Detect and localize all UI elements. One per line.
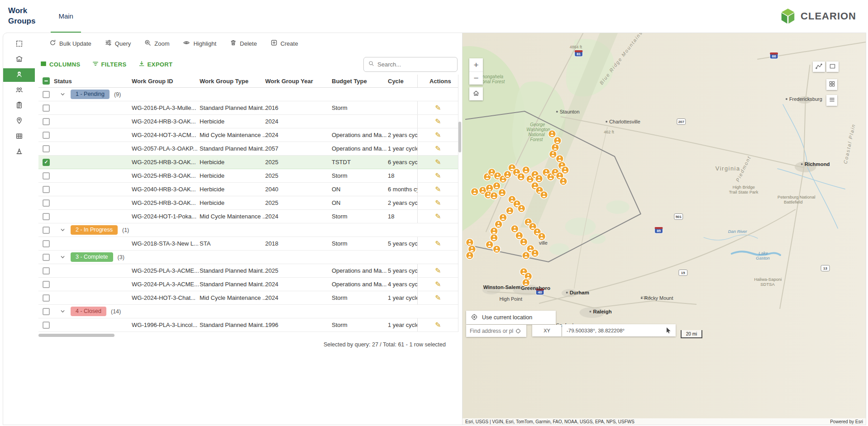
row-checkbox[interactable]: [43, 227, 50, 234]
create-button[interactable]: Create: [271, 39, 298, 47]
table-row[interactable]: WG-2016-PLA-3-Mulle...Standard Planned M…: [38, 101, 458, 115]
row-checkbox[interactable]: [43, 322, 50, 329]
work-group-marker[interactable]: [548, 130, 556, 138]
find-address-input[interactable]: [470, 328, 513, 334]
row-checkbox[interactable]: [43, 118, 50, 125]
work-group-marker[interactable]: [499, 214, 507, 222]
search-input[interactable]: [377, 61, 457, 68]
row-checkbox[interactable]: [43, 132, 50, 139]
delete-button[interactable]: Delete: [230, 39, 257, 47]
work-group-marker[interactable]: [504, 171, 511, 179]
extent-button[interactable]: [826, 62, 839, 72]
column-header-budget-type[interactable]: Budget Type: [332, 78, 388, 85]
column-header-work-group-year[interactable]: Work Group Year: [265, 78, 332, 85]
table-row[interactable]: WG-2025-HRB-3-OAK...Herbicide2025TSTDT6 …: [38, 156, 458, 169]
work-group-marker[interactable]: [518, 205, 525, 213]
row-checkbox[interactable]: [43, 159, 50, 166]
row-checkbox[interactable]: [43, 294, 50, 302]
edit-icon[interactable]: [435, 144, 441, 153]
table-row[interactable]: WG-2024-HOT-1-Poka...Mid Cycle Maintenan…: [38, 210, 458, 223]
sidebar-item-work-orders[interactable]: [3, 99, 35, 113]
vertical-scrollbar-thumb[interactable]: [458, 122, 461, 152]
work-group-marker[interactable]: [490, 234, 498, 242]
work-group-marker[interactable]: [538, 233, 546, 241]
select-all-checkbox[interactable]: [43, 77, 50, 85]
table-row[interactable]: WG-2057-PLA-3-OAKP...Standard Planned Ma…: [38, 142, 458, 156]
row-checkbox[interactable]: [43, 91, 50, 98]
sidebar-item-hazards[interactable]: [3, 145, 35, 159]
table-row[interactable]: WG-2024-HOT-3-Chat...Mid Cycle Maintenan…: [38, 291, 458, 305]
work-group-marker[interactable]: [498, 189, 506, 197]
address-locate-button[interactable]: [513, 326, 523, 336]
sidebar-item-locations[interactable]: [3, 114, 35, 128]
row-checkbox[interactable]: [43, 281, 50, 288]
edit-icon[interactable]: [435, 117, 441, 126]
table-row[interactable]: WG-1996-PLA-3-Lincol...Standard Planned …: [38, 318, 458, 332]
row-checkbox[interactable]: [43, 213, 50, 220]
horizontal-scrollbar-thumb[interactable]: [38, 334, 114, 337]
work-group-marker[interactable]: [493, 246, 501, 253]
row-checkbox[interactable]: [43, 104, 50, 112]
table-row[interactable]: WG-2025-PLA-3-ACME...Standard Planned Ma…: [38, 264, 458, 278]
edit-icon[interactable]: [435, 199, 441, 207]
bulk-update-button[interactable]: Bulk Update: [49, 39, 91, 47]
work-group-marker[interactable]: [520, 238, 528, 246]
query-button[interactable]: Query: [105, 39, 131, 47]
vertical-scrollbar[interactable]: [458, 89, 461, 342]
table-row[interactable]: WG-2018-STA-3-New L...STA2018Storm5 year…: [38, 237, 458, 251]
work-group-marker[interactable]: [466, 252, 473, 260]
find-address-bar[interactable]: [466, 325, 526, 337]
map-panel[interactable]: 816620750185151340 MonongahelaNational F…: [462, 33, 866, 425]
export-button[interactable]: EXPORT: [138, 61, 173, 68]
columns-button[interactable]: COLUMNS: [40, 61, 81, 68]
chevron-down-icon[interactable]: [60, 255, 65, 260]
work-group-marker[interactable]: [486, 185, 493, 192]
filters-button[interactable]: FILTERS: [92, 61, 127, 68]
work-group-marker[interactable]: [561, 166, 569, 174]
zoom-in-button[interactable]: +: [469, 58, 483, 71]
edit-icon[interactable]: [435, 185, 441, 194]
sidebar-item-crews[interactable]: [3, 84, 35, 97]
table-row[interactable]: WG-2024-PLA-3-ACME...Standard Planned Ma…: [38, 278, 458, 291]
chevron-down-icon[interactable]: [60, 227, 65, 232]
tab-main[interactable]: Main: [51, 0, 81, 33]
xy-button[interactable]: XY: [532, 325, 562, 336]
work-group-marker[interactable]: [493, 182, 501, 190]
column-header-status[interactable]: Status: [54, 78, 132, 85]
edit-icon[interactable]: [435, 293, 441, 302]
sidebar-item-inventory[interactable]: [3, 130, 35, 143]
row-checkbox[interactable]: [43, 267, 50, 275]
row-checkbox[interactable]: [43, 145, 50, 152]
work-group-marker[interactable]: [540, 191, 548, 199]
highlight-button[interactable]: Highlight: [183, 39, 216, 47]
work-group-marker[interactable]: [559, 178, 567, 185]
edit-icon[interactable]: [435, 158, 441, 166]
chevron-down-icon[interactable]: [60, 309, 65, 314]
work-group-marker[interactable]: [511, 225, 519, 233]
horizontal-scrollbar[interactable]: [38, 334, 458, 337]
edit-icon[interactable]: [435, 131, 441, 139]
work-group-marker[interactable]: [471, 188, 478, 196]
work-group-marker[interactable]: [490, 192, 498, 200]
row-checkbox[interactable]: [43, 199, 50, 207]
row-checkbox[interactable]: [43, 186, 50, 193]
work-group-marker[interactable]: [522, 166, 530, 174]
zoom-out-button[interactable]: −: [469, 71, 483, 85]
edit-icon[interactable]: [435, 239, 441, 248]
work-group-marker[interactable]: [553, 137, 561, 145]
work-group-marker[interactable]: [517, 173, 525, 181]
table-row[interactable]: WG-2024-HOT-3-ACM...Mid Cycle Maintenanc…: [38, 128, 458, 142]
edit-icon[interactable]: [435, 104, 441, 112]
measure-button[interactable]: [813, 62, 825, 72]
use-current-location-suggestion[interactable]: Use current location: [466, 311, 556, 324]
table-row[interactable]: WG-2040-HRB-3-OAK...Herbicide2040ON6 mon…: [38, 183, 458, 196]
zoom-button[interactable]: Zoom: [144, 39, 169, 47]
search-box[interactable]: [363, 57, 458, 72]
row-checkbox[interactable]: [43, 172, 50, 180]
work-group-marker[interactable]: [495, 221, 502, 228]
layer-list-button[interactable]: [826, 95, 837, 106]
work-group-marker[interactable]: [522, 279, 530, 287]
work-group-marker[interactable]: [522, 252, 530, 260]
table-row[interactable]: WG-2025-HRB-3-OAK...Herbicide2025Storm18: [38, 169, 458, 183]
row-checkbox[interactable]: [43, 254, 50, 261]
